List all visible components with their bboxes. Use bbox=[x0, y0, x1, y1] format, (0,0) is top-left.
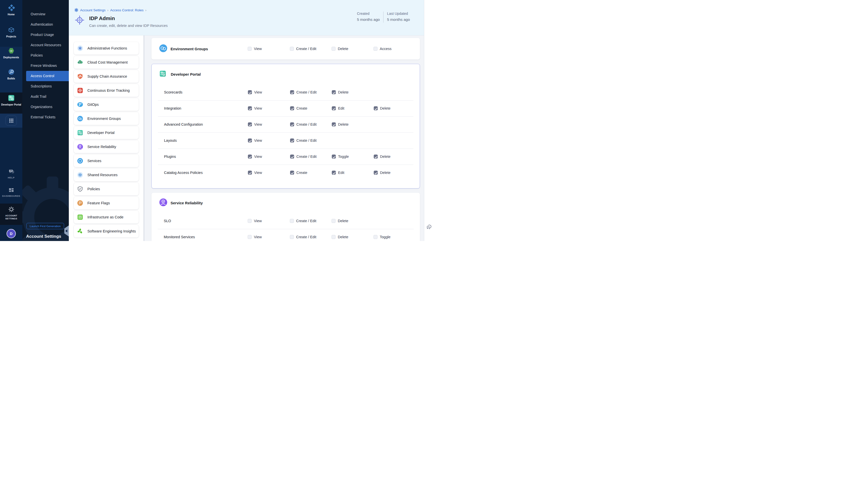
page-header: Account Settings › Access Control: Roles… bbox=[69, 0, 424, 35]
create-edit-checkbox[interactable] bbox=[290, 155, 294, 158]
rail-item-help[interactable]: ? HELP bbox=[0, 169, 22, 179]
create-edit-checkbox[interactable] bbox=[290, 47, 294, 51]
resource-item-supply-chain-assurance[interactable]: Supply Chain Assurance bbox=[74, 70, 138, 83]
section-title: Service Reliability bbox=[170, 201, 203, 205]
resource-item-label: Infrastructure as Code bbox=[87, 215, 123, 219]
create-edit-checkbox[interactable] bbox=[290, 235, 294, 239]
user-avatar[interactable]: D bbox=[6, 229, 16, 238]
sidebar-item-overview[interactable]: Overview bbox=[22, 9, 69, 19]
create-edit-checkbox[interactable] bbox=[290, 90, 294, 94]
sidebar-item-external-tickets[interactable]: External Tickets bbox=[22, 112, 69, 122]
view-checkbox[interactable] bbox=[248, 155, 252, 158]
permission-label: View bbox=[254, 171, 262, 175]
view-checkbox[interactable] bbox=[248, 219, 252, 223]
resource-item-cloud-cost-management[interactable]: $ Cloud Cost Management bbox=[74, 56, 138, 69]
resource-item-label: Feature Flags bbox=[87, 201, 110, 205]
resource-item-label: Environment Groups bbox=[87, 117, 121, 121]
rail-item-dashboards[interactable]: DASHBOARDS bbox=[0, 188, 22, 198]
create-checkbox[interactable] bbox=[290, 171, 294, 175]
sidebar-item-audit-trail[interactable]: Audit Trail bbox=[22, 91, 69, 102]
view-checkbox[interactable] bbox=[248, 47, 252, 51]
create-edit-checkbox[interactable] bbox=[290, 122, 294, 126]
module-rail: Home Projects ∞ Deployments bbox=[0, 0, 22, 241]
breadcrumb-separator: › bbox=[107, 8, 108, 12]
resource-item-administrative-functions[interactable]: Administrative Functions bbox=[74, 42, 138, 55]
rail-item-projects[interactable]: Projects bbox=[0, 26, 22, 38]
sidebar-item-subscriptions[interactable]: Subscriptions bbox=[22, 81, 69, 91]
resource-item-environment-groups[interactable]: Environment Groups bbox=[74, 112, 138, 125]
delete-checkbox[interactable] bbox=[374, 106, 378, 110]
last-updated-value: 5 months ago bbox=[387, 17, 410, 22]
view-checkbox[interactable] bbox=[248, 171, 252, 175]
rail-item-home[interactable]: Home bbox=[0, 4, 22, 16]
resource-item-label: Developer Portal bbox=[87, 131, 115, 135]
view-checkbox[interactable] bbox=[248, 122, 252, 126]
resource-item-developer-portal[interactable]: Developer Portal bbox=[74, 126, 138, 139]
launch-first-generation-button[interactable]: Launch First Generation bbox=[26, 223, 64, 229]
delete-checkbox[interactable] bbox=[332, 219, 336, 223]
permission-label: Create bbox=[297, 106, 307, 110]
toggle-checkbox[interactable] bbox=[332, 155, 336, 158]
module-grid-button[interactable] bbox=[5, 116, 17, 126]
rail-item-deployments[interactable]: ∞ Deployments bbox=[0, 47, 22, 59]
sidebar-item-account-resources[interactable]: Account Resources bbox=[22, 40, 69, 50]
rail-item-account-settings[interactable]: ACCOUNT SETTINGS bbox=[0, 206, 22, 220]
sidebar-item-organizations[interactable]: Organizations bbox=[22, 102, 69, 112]
dashboards-icon bbox=[8, 188, 14, 193]
delete-checkbox[interactable] bbox=[332, 122, 336, 126]
svg-text:$: $ bbox=[79, 61, 81, 64]
service-hexagon-icon bbox=[77, 158, 83, 164]
resource-item-infrastructure-as-code[interactable]: Infrastructure as Code bbox=[74, 211, 138, 223]
app-window: Home Projects ∞ Deployments bbox=[0, 0, 434, 241]
sidebar-item-freeze-windows[interactable]: Freeze Windows bbox=[22, 61, 69, 71]
edit-checkbox[interactable] bbox=[332, 106, 336, 110]
permission-row-advanced-configuration: Advanced Configuration View Create / Edi… bbox=[152, 116, 420, 132]
resource-item-policies[interactable]: Policies bbox=[74, 183, 138, 195]
permission-label: View bbox=[254, 235, 262, 239]
sidebar-item-product-usage[interactable]: Product Usage bbox=[22, 30, 69, 40]
resource-item-label: Supply Chain Assurance bbox=[87, 74, 127, 79]
resource-item-software-engineering-insights[interactable]: Software Engineering Insights bbox=[74, 225, 138, 238]
resource-item-services[interactable]: Services bbox=[74, 155, 138, 167]
toggle-checkbox[interactable] bbox=[373, 235, 377, 239]
rail-item-builds[interactable]: Builds bbox=[0, 68, 22, 80]
resource-item-label: GitOps bbox=[87, 102, 99, 107]
create-edit-checkbox[interactable] bbox=[290, 139, 294, 143]
sidebar-item-access-control[interactable]: Access Control bbox=[26, 71, 69, 81]
resource-item-label: Shared Resources bbox=[87, 173, 118, 177]
create-checkbox[interactable] bbox=[290, 106, 294, 110]
resource-item-continuous-error-tracking[interactable]: Continuous Error Tracking bbox=[74, 84, 138, 97]
developer-portal-icon bbox=[8, 94, 15, 101]
resource-item-gitops[interactable]: GitOps bbox=[74, 98, 138, 111]
delete-checkbox[interactable] bbox=[332, 235, 336, 239]
delete-checkbox[interactable] bbox=[374, 155, 378, 158]
resource-item-feature-flags[interactable]: Feature Flags bbox=[74, 197, 138, 209]
permission-label: Create / Edit bbox=[296, 235, 316, 239]
sidebar-item-authentication[interactable]: Authentication bbox=[22, 19, 69, 30]
breadcrumb-link-account-settings[interactable]: Account Settings bbox=[80, 8, 105, 12]
resource-item-service-reliability[interactable]: Service Reliability bbox=[74, 141, 138, 153]
view-checkbox[interactable] bbox=[248, 90, 252, 94]
view-checkbox[interactable] bbox=[248, 139, 252, 143]
permission-label: Create / Edit bbox=[297, 139, 317, 143]
sidebar-item-policies[interactable]: Policies bbox=[22, 50, 69, 61]
breadcrumb-link-roles[interactable]: Access Control: Roles bbox=[110, 8, 144, 12]
rail-item-developer-portal[interactable]: Developer Portal bbox=[0, 94, 22, 106]
delete-checkbox[interactable] bbox=[332, 90, 336, 94]
permission-label: Edit bbox=[338, 106, 344, 110]
sidebar-title: Account Settings bbox=[26, 234, 61, 239]
view-checkbox[interactable] bbox=[248, 106, 252, 110]
resource-item-label: Cloud Cost Management bbox=[87, 60, 128, 64]
create-edit-checkbox[interactable] bbox=[290, 219, 294, 223]
delete-checkbox[interactable] bbox=[374, 171, 378, 175]
delete-checkbox[interactable] bbox=[332, 47, 336, 51]
edit-checkbox[interactable] bbox=[332, 171, 336, 175]
support-chat-button[interactable] bbox=[426, 223, 432, 231]
permission-row-plugins: Plugins View Create / Edit Toggle Delete bbox=[152, 149, 420, 164]
row-label: Plugins bbox=[164, 155, 176, 158]
view-checkbox[interactable] bbox=[248, 235, 252, 239]
home-icon bbox=[8, 4, 15, 11]
section-service-reliability: Service Reliability SLO View Create / Ed… bbox=[151, 193, 420, 241]
resource-item-shared-resources[interactable]: Shared Resources bbox=[74, 169, 138, 181]
access-checkbox[interactable] bbox=[373, 47, 377, 51]
